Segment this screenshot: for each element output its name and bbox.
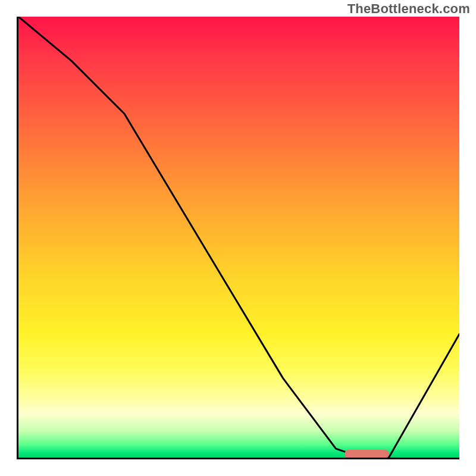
optimal-marker	[345, 450, 389, 458]
chart-frame: TheBottleneck.com	[0, 0, 476, 476]
bottleneck-curve	[18, 17, 459, 458]
plot-area	[17, 17, 459, 459]
watermark-text: TheBottleneck.com	[347, 1, 470, 17]
chart-overlay	[18, 17, 459, 458]
